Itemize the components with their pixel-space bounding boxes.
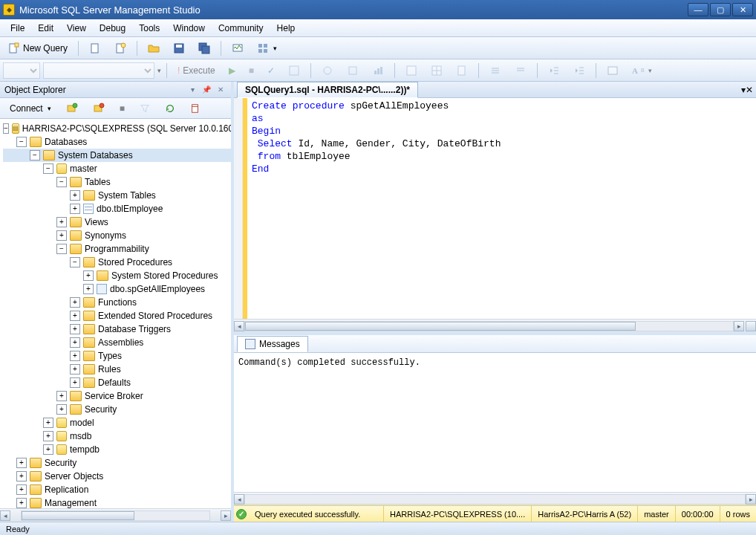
oe-summary-button[interactable] xyxy=(185,100,206,117)
object-explorer-tree[interactable]: −▤HARRISA2-PC\SQLEXPRESS (SQL Server 10.… xyxy=(0,119,231,508)
server-node[interactable]: −▤HARRISA2-PC\SQLEXPRESS (SQL Server 10.… xyxy=(3,122,231,135)
split-button[interactable] xyxy=(746,321,756,331)
oe-connect-icon-button[interactable] xyxy=(61,100,83,117)
tables-node[interactable]: −Tables xyxy=(3,175,231,189)
security-db-node[interactable]: +Security xyxy=(3,403,231,416)
oe-refresh-button[interactable] xyxy=(160,100,180,117)
new-query-icon xyxy=(8,42,20,54)
database-triggers-node[interactable]: +Database Triggers xyxy=(3,322,231,336)
activity-monitor-button[interactable] xyxy=(227,39,249,57)
replication-node[interactable]: +Replication xyxy=(3,483,231,496)
scroll-right-button[interactable]: ▸ xyxy=(746,494,756,505)
menu-window[interactable]: Window xyxy=(167,21,211,36)
include-stats-button[interactable] xyxy=(367,62,389,80)
parse-button[interactable]: ✓ xyxy=(262,62,280,80)
debug-target-combo[interactable] xyxy=(3,62,40,79)
messages-scrollbar[interactable]: ◂ ▸ xyxy=(234,492,756,505)
scroll-right-button[interactable]: ▸ xyxy=(734,321,744,331)
execute-button[interactable]: ! Execute xyxy=(172,62,221,80)
model-node[interactable]: +model xyxy=(3,416,231,429)
decrease-indent-button[interactable] xyxy=(543,62,565,80)
minimize-button[interactable]: — xyxy=(688,3,708,16)
dbo-tblemployee-node[interactable]: +dbo.tblEmployee xyxy=(3,202,231,215)
menu-view[interactable]: View xyxy=(61,21,92,36)
views-node[interactable]: +Views xyxy=(3,215,231,229)
code-area[interactable]: Create procedure spGetAllEmployees as Be… xyxy=(247,98,756,319)
scroll-left-button[interactable]: ◂ xyxy=(234,321,244,331)
intellisense-button[interactable] xyxy=(316,62,339,80)
document-tab[interactable]: SQLQuery1.sql - HARRISA2-PC\......2))* xyxy=(237,82,418,98)
maximize-button[interactable]: ▢ xyxy=(710,3,731,16)
menu-community[interactable]: Community xyxy=(212,21,270,36)
editor-scrollbar[interactable]: ◂ ▸ xyxy=(234,319,756,332)
rules-node[interactable]: +Rules xyxy=(3,363,231,376)
debug-button[interactable]: ▶ xyxy=(224,62,241,80)
scroll-left-button[interactable]: ◂ xyxy=(0,510,10,521)
results-to-file-button[interactable] xyxy=(451,62,473,80)
management-node[interactable]: +Management xyxy=(3,496,231,508)
stored-procedures-node[interactable]: −Stored Procedures xyxy=(3,256,231,269)
service-broker-node[interactable]: +Service Broker xyxy=(3,389,231,403)
specify-values-button[interactable] xyxy=(602,62,624,80)
comment-button[interactable] xyxy=(484,62,506,80)
master-node[interactable]: −master xyxy=(3,162,231,175)
oe-disconnect-icon-button[interactable] xyxy=(88,100,110,117)
scroll-right-button[interactable]: ▸ xyxy=(221,510,231,521)
tab-close-button[interactable]: ✕ xyxy=(746,85,753,95)
new-query-button[interactable]: New Query xyxy=(3,39,73,57)
types-node[interactable]: +Types xyxy=(3,349,231,363)
oe-scrollbar[interactable]: ◂ ▸ xyxy=(0,508,231,522)
save-all-button[interactable] xyxy=(193,39,215,57)
msdb-node[interactable]: +msdb xyxy=(3,429,231,443)
oe-dropdown-button[interactable]: ▾ xyxy=(186,84,198,96)
system-stored-procedures-node[interactable]: +System Stored Procedures xyxy=(3,269,231,282)
messages-body[interactable]: Command(s) completed successfully. xyxy=(234,353,756,492)
sql-editor[interactable]: Create procedure spGetAllEmployees as Be… xyxy=(234,98,756,319)
increase-indent-button[interactable] xyxy=(568,62,590,80)
save-button[interactable] xyxy=(168,39,190,57)
synonyms-node[interactable]: +Synonyms xyxy=(3,229,231,242)
new-file-button[interactable] xyxy=(84,39,106,57)
scroll-track[interactable] xyxy=(244,321,734,331)
functions-node[interactable]: +Functions xyxy=(3,296,231,309)
results-to-text-button[interactable] xyxy=(400,62,423,80)
scroll-thumb[interactable] xyxy=(22,511,134,520)
oe-close-button[interactable]: ✕ xyxy=(215,84,227,96)
template-explorer-button[interactable]: AB▾ xyxy=(627,62,657,80)
server-objects-node[interactable]: +Server Objects xyxy=(3,470,231,483)
extended-stored-procedures-node[interactable]: +Extended Stored Procedures xyxy=(3,309,231,322)
system-tables-node[interactable]: +System Tables xyxy=(3,189,231,202)
root-security-node[interactable]: +Security xyxy=(3,456,231,470)
menu-file[interactable]: File xyxy=(4,21,30,36)
scroll-left-button[interactable]: ◂ xyxy=(234,494,244,505)
assemblies-node[interactable]: +Assemblies xyxy=(3,336,231,349)
stop-button[interactable]: ■ xyxy=(244,62,259,80)
close-button[interactable]: ✕ xyxy=(732,3,753,16)
programmability-node[interactable]: −Programmability xyxy=(3,242,231,256)
menu-debug[interactable]: Debug xyxy=(94,21,131,36)
open-button[interactable] xyxy=(143,39,165,57)
defaults-node[interactable]: +Defaults xyxy=(3,376,231,389)
connect-button[interactable]: Connect▾ xyxy=(4,100,56,117)
menu-tools[interactable]: Tools xyxy=(133,21,166,36)
menu-edit[interactable]: Edit xyxy=(32,21,59,36)
databases-node[interactable]: −Databases xyxy=(3,135,231,149)
scroll-thumb[interactable] xyxy=(245,322,636,331)
new-project-button[interactable] xyxy=(109,39,131,57)
database-combo[interactable] xyxy=(43,62,154,79)
messages-tab[interactable]: Messages xyxy=(237,336,308,352)
menu-help[interactable]: Help xyxy=(271,21,302,36)
include-plan-button[interactable] xyxy=(342,62,364,80)
system-databases-node[interactable]: −System Databases xyxy=(3,149,231,162)
estimated-plan-button[interactable] xyxy=(283,62,305,80)
tempdb-node[interactable]: +tempdb xyxy=(3,443,231,456)
results-to-grid-button[interactable] xyxy=(426,62,448,80)
dbo-spgetallemployees-node[interactable]: +dbo.spGetAllEmployees xyxy=(3,282,231,296)
oe-filter-button[interactable] xyxy=(134,100,155,117)
scroll-track[interactable] xyxy=(21,510,210,521)
oe-stop-button[interactable]: ■ xyxy=(114,100,130,117)
scroll-track[interactable] xyxy=(244,494,746,505)
pin-button[interactable]: 📌 xyxy=(201,84,212,96)
registered-servers-button[interactable]: ▾ xyxy=(252,39,282,57)
uncomment-button[interactable] xyxy=(509,62,532,80)
